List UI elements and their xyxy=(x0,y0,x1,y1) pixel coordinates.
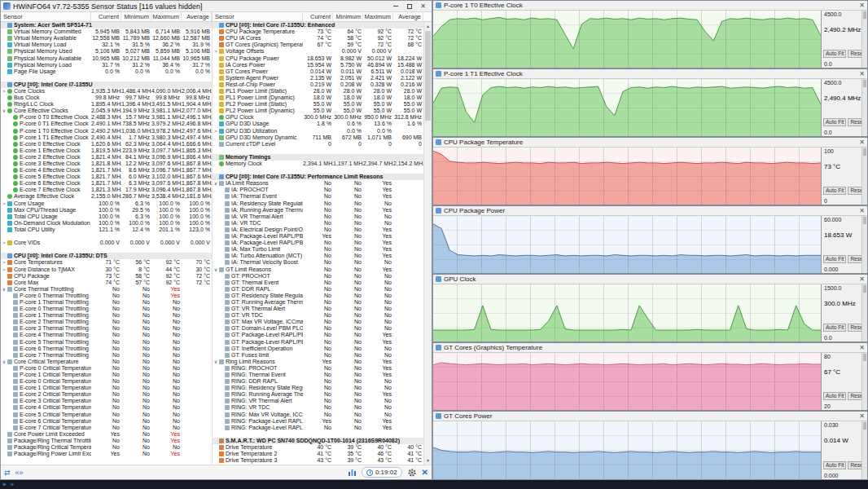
col-maximum[interactable]: Maximum xyxy=(363,12,393,21)
sensor-row[interactable]: >Core Usage100.0 %6.3 %100.0 %100.0 % xyxy=(1,200,212,207)
sensor-row[interactable]: E-core 7 Thermal ThrottlingNoNoNo xyxy=(1,352,212,359)
auto-fit-button[interactable]: Auto Fit xyxy=(823,392,846,400)
sensor-row[interactable]: PL2 Power Limit (Static)55.0 W55.0 W55.0… xyxy=(213,101,423,108)
sensor-row[interactable]: E-core 4 Critical TemperatureNoNoNo xyxy=(1,404,212,411)
sensor-row[interactable]: E-core 3 Effective Clock1,821.8 MHz12.2 … xyxy=(1,161,212,167)
sensor-row[interactable]: >GPU D3D Utilization0.0 %0.0 % xyxy=(213,128,423,134)
expand-icon[interactable]: > xyxy=(1,259,7,266)
sensor-row[interactable]: IA: Thermal Velocity BoostNoNoNo xyxy=(213,259,423,266)
col-current[interactable]: Current xyxy=(303,12,333,21)
graph-scrollbar[interactable] xyxy=(861,284,867,341)
sensor-row[interactable]: Drive Temperature 343 °C39 °C43 °C41 °C xyxy=(213,457,423,464)
col-maximum[interactable]: Maximum xyxy=(151,12,182,21)
sensor-row[interactable]: RING: Package-Level RAPL/PBM PL1YesNoYes xyxy=(213,418,423,425)
hwinfo-taskbar-icon[interactable]: » xyxy=(2,481,6,488)
sensor-row[interactable]: Virtual Memory Committed5,945 MB5,843 MB… xyxy=(1,29,212,35)
sensor-row[interactable]: P-core 1 Critical TemperatureNoNoNo xyxy=(1,372,212,378)
sensor-row[interactable]: ∨Core Critical TemperatureNoNoNo xyxy=(1,359,212,365)
sensor-row[interactable]: ∨IA Limit ReasonsNoNoYes xyxy=(213,180,423,187)
sensor-row[interactable]: E-core 7 Effective Clock1,821.3 MHz17.9 … xyxy=(1,187,212,193)
sensor-row[interactable]: IA Cores Power15.954 W5.750 W46.894 W15.… xyxy=(213,62,423,68)
sensor-row[interactable]: RING: Residency State RegulationNoNoNo xyxy=(213,385,423,391)
sensor-row[interactable]: E-core 6 Effective Clock1,821.7 MHz6.3 M… xyxy=(1,180,212,187)
sensor-row[interactable]: E-core 0 Effective Clock1,620.6 MHz62.3 … xyxy=(1,141,212,148)
sensor-row[interactable]: Drive Temperature40 °C39 °C40 °C40 °C xyxy=(213,444,423,451)
sensor-row[interactable]: GT: PROCHOTNoNoNo xyxy=(213,273,423,280)
col-average[interactable]: Average xyxy=(393,12,423,21)
sensor-row[interactable]: ∨Core Thermal ThrottlingNoNoYes xyxy=(1,286,212,293)
graph-scrollbar[interactable] xyxy=(861,11,867,68)
sensor-row[interactable]: IA: Electrical Design Point/OtherNoNoYes xyxy=(213,227,423,233)
sensor-row[interactable]: P-core 1 T1 Effective Clock2,490.4 MHz1.… xyxy=(1,134,212,141)
sensor-row[interactable]: GT: Running Average Thermal LimitNoNoNo xyxy=(213,299,423,306)
graph-scrollbar[interactable] xyxy=(861,79,867,136)
scrollbar[interactable]: ▲ ▼ xyxy=(423,22,432,465)
sensor-row[interactable]: IA: Residency State RegulationNoNoNo xyxy=(213,200,423,207)
section-header-row[interactable]: Memory Timings xyxy=(213,154,423,161)
sensor-row[interactable]: Core Max74 °C57 °C92 °C72 °C xyxy=(1,280,212,286)
sensor-row[interactable]: GT: Package-Level RAPL/PBM PL1NoNoYes xyxy=(213,332,423,338)
scroll-down-icon[interactable]: ▼ xyxy=(424,456,432,465)
section-header-row[interactable]: CPU [#0]: Intel Core i7-1355U: Performan… xyxy=(213,174,423,180)
sensor-row[interactable]: >Core Temperatures71 °C56 °C92 °C70 °C xyxy=(1,259,212,266)
sensor-row[interactable]: E-core 0 Critical TemperatureNoNoNo xyxy=(1,378,212,385)
sensor-row[interactable]: E-core 6 Critical TemperatureNoNoNo xyxy=(1,418,212,425)
close-button[interactable]: ✕ xyxy=(416,2,430,11)
sensor-row[interactable]: Core Power Limit ExceededYesNoYes xyxy=(1,431,212,438)
sensor-row[interactable]: GT: Residency State RegulationNoNoNo xyxy=(213,293,423,299)
sensor-row[interactable]: RING: VR Thermal AlertNoNoNo xyxy=(213,398,423,404)
sensor-row[interactable]: E-core 1 Thermal ThrottlingNoNoNo xyxy=(1,312,212,319)
sensor-row[interactable]: Package/Ring Critical TemperatureNoNoNo xyxy=(1,444,212,451)
graph-close-icon[interactable]: ✕ xyxy=(859,71,865,77)
sensor-row[interactable]: >Voltage Offsets0.000 V0.000 V xyxy=(213,48,423,55)
sensor-row[interactable]: Total CPU Utility121.1 %12.4 %201.1 %123… xyxy=(1,227,212,233)
sensor-row[interactable]: RING: PROCHOTNoNoYes xyxy=(213,365,423,372)
expand-icon[interactable]: > xyxy=(213,128,219,134)
sensor-row[interactable]: Total CPU Usage100.0 %6.3 %100.0 %100.0 … xyxy=(1,214,212,220)
graph-titlebar[interactable]: CPU Package Temperature✕ xyxy=(433,138,867,148)
sensor-row[interactable]: GT: Inefficient OperationNoNoNo xyxy=(213,346,423,352)
sensor-row[interactable]: IA: PROCHOTNoNoYes xyxy=(213,187,423,193)
graph-scrollbar[interactable] xyxy=(861,421,867,479)
sensor-row[interactable]: Memory Clock2,394.1 MHz1,197.1 MHz2,394.… xyxy=(213,161,423,167)
settings-gear-button[interactable] xyxy=(407,468,417,478)
sensor-row[interactable]: IA: Package-Level RAPL/PBM PL1YesNoYes xyxy=(213,233,423,240)
sensor-row[interactable]: GPU D3D Memory Dynamic711 MB672 MB1,071 … xyxy=(213,134,423,141)
sensor-row[interactable]: E-core 4 Thermal ThrottlingNoNoNo xyxy=(1,332,212,338)
expand-icon[interactable]: > xyxy=(1,267,7,273)
sensor-row[interactable]: Drive Temperature 241 °C35 °C46 °C41 °C xyxy=(213,451,423,457)
scroll-thumb[interactable] xyxy=(425,31,431,121)
sensor-row[interactable]: Virtual Memory Available12,558 MB11,789 … xyxy=(1,35,212,42)
sensor-row[interactable]: ∨Core Effective Clocks2,045.9 MHz194.9 M… xyxy=(1,108,212,114)
graph-scrollbar[interactable] xyxy=(861,148,867,205)
sensor-row[interactable]: Package/Ring Power Limit ExceededYesNoYe… xyxy=(1,451,212,457)
expand-icon[interactable]: > xyxy=(1,88,7,95)
sensor-row[interactable]: GT: VR TDCNoNoNo xyxy=(213,312,423,319)
sensor-row[interactable]: System Agent Power2.135 W2.051 W2.421 W2… xyxy=(213,75,423,82)
graph-titlebar[interactable]: P-core 1 T0 Effective Clock✕ xyxy=(433,1,867,11)
auto-fit-button[interactable]: Auto Fit xyxy=(823,324,846,332)
sensor-row[interactable]: GT Cores Power0.014 W0.011 W6.511 W0.018… xyxy=(213,68,423,75)
sensor-row[interactable]: RING: DDR RAPLNoNoNo xyxy=(213,378,423,385)
section-header-row[interactable]: System: Acer Swift SF514-71 xyxy=(1,22,212,29)
expand-icon[interactable]: > xyxy=(213,48,219,55)
sensor-row[interactable]: E-core 1 Critical TemperatureNoNoNo xyxy=(1,385,212,391)
section-header-row[interactable]: CPU [#0]: Intel Core i7-1355U: DTS xyxy=(1,253,212,259)
sensor-row[interactable]: RING: VR TDCNoNoNo xyxy=(213,404,423,411)
maximize-button[interactable] xyxy=(402,2,416,11)
sensor-row[interactable]: IA: VR Thermal AlertNoNoNo xyxy=(213,214,423,220)
graph-close-icon[interactable]: ✕ xyxy=(859,413,865,420)
sensor-row[interactable]: E-core 2 Thermal ThrottlingNoNoNo xyxy=(1,319,212,325)
graph-titlebar[interactable]: GT Cores Power✕ xyxy=(433,412,867,421)
sensor-row[interactable]: RING: Thermal EventNoNoYes xyxy=(213,372,423,378)
sensor-row[interactable]: Average Effective Clock2,155.0 MHz286.7 … xyxy=(1,193,212,200)
scroll-up-icon[interactable]: ▲ xyxy=(424,22,432,30)
sensor-row[interactable]: P-core 0 Critical TemperatureNoNoNo xyxy=(1,365,212,372)
sensor-row[interactable]: PL2 Power Limit (Dynamic)55.0 W55.0 W55.… xyxy=(213,108,423,114)
sensor-row[interactable]: GT: Thermal EventNoNoNo xyxy=(213,280,423,286)
sensor-row[interactable]: GT Cores (Graphics) Temperature67 °C59 °… xyxy=(213,42,423,48)
graph-toggle-button[interactable] xyxy=(348,468,357,477)
sensor-row[interactable]: E-core 3 Critical TemperatureNoNoNo xyxy=(1,398,212,404)
sensor-row[interactable]: E-core 3 Thermal ThrottlingNoNoNo xyxy=(1,325,212,332)
sensor-row[interactable]: Rest-of-Chip Power0.219 W0.208 W0.328 W0… xyxy=(213,82,423,88)
